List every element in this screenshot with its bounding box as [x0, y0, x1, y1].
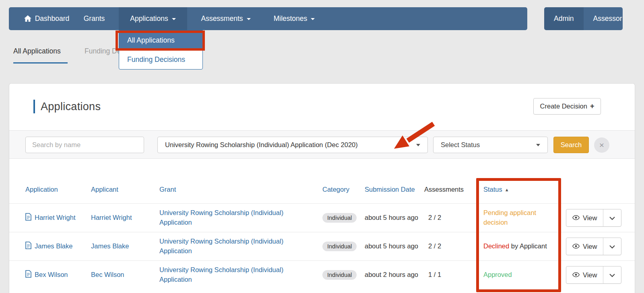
menu-item-funding-decisions[interactable]: Funding Decisions [119, 50, 202, 69]
application-link[interactable]: James Blake [35, 242, 72, 251]
nav-milestones[interactable]: Milestones [262, 7, 327, 30]
sort-asc-icon: ▲ [505, 187, 509, 192]
view-button[interactable]: View [566, 209, 603, 226]
eye-icon [572, 271, 580, 279]
eye-icon [572, 214, 580, 222]
document-icon [25, 270, 31, 279]
view-split-button: View [566, 238, 621, 255]
chevron-down-icon [609, 271, 615, 279]
table-header-row: Application Applicant Grant Category Sub… [9, 175, 635, 203]
assessments-count: 2 / 2 [424, 213, 476, 223]
view-dropdown-toggle[interactable] [603, 266, 621, 283]
chevron-down-icon [172, 18, 176, 20]
tab-all-applications[interactable]: All Applications [13, 47, 61, 55]
chevron-down-icon [311, 18, 315, 20]
active-tab-underline [13, 62, 68, 64]
plus-icon: + [590, 102, 594, 111]
chevron-down-icon [609, 243, 615, 250]
page-title-wrap: Applications [33, 100, 101, 113]
menu-item-all-applications[interactable]: All Applications [119, 31, 202, 50]
search-button[interactable]: Search [553, 137, 589, 153]
table-row: Harriet Wright Harriet Wright University… [9, 203, 635, 232]
view-button-label: View [583, 271, 597, 279]
top-navbar: Dashboard Grants Applications Assessment… [9, 7, 527, 30]
chevron-down-icon [247, 18, 251, 20]
status-primary: Approved [483, 271, 512, 278]
table-row: James Blake James Blake University Rowin… [9, 232, 635, 260]
close-icon: × [599, 140, 604, 150]
nav-grants-label: Grants [84, 14, 105, 23]
view-button-label: View [583, 214, 597, 222]
grant-filter-value: University Rowing Scholarship (Individua… [165, 141, 358, 149]
view-button-label: View [583, 243, 597, 250]
view-split-button: View [566, 209, 621, 227]
applications-panel: Applications Create Decision + Universit… [9, 83, 635, 293]
title-accent-bar [33, 100, 35, 113]
grant-link[interactable]: University Rowing Scholarship (Individua… [159, 209, 283, 226]
nav-assessments-label: Assessments [201, 14, 243, 23]
filter-bar: University Rowing Scholarship (Individua… [9, 130, 635, 159]
document-icon [25, 242, 31, 251]
applicant-link[interactable]: James Blake [91, 242, 129, 250]
category-badge: Individual [322, 242, 357, 251]
create-decision-label: Create Decision [540, 102, 587, 110]
submission-date: about 5 hours ago [365, 242, 424, 251]
chevron-down-icon [609, 214, 615, 222]
submission-date: about 5 hours ago [365, 213, 424, 223]
category-badge: Individual [322, 270, 357, 280]
home-icon [24, 8, 31, 31]
nav-assessments[interactable]: Assessments [190, 7, 262, 30]
view-button[interactable]: View [566, 238, 603, 255]
status-primary: Pending applicant decision [483, 209, 536, 226]
document-icon [25, 213, 31, 222]
role-admin-button[interactable]: Admin [544, 7, 584, 30]
grant-filter-select[interactable]: University Rowing Scholarship (Individua… [157, 137, 428, 153]
status-filter-select[interactable]: Select Status [433, 137, 548, 153]
view-split-button: View [566, 266, 621, 284]
header-assessments: Assessments [424, 185, 476, 194]
applications-dropdown-menu: All Applications Funding Decisions [119, 30, 203, 70]
table-row: Bex Wilson Bec Wilson University Rowing … [9, 260, 635, 289]
view-dropdown-toggle[interactable] [603, 209, 621, 226]
grant-link[interactable]: University Rowing Scholarship (Individua… [159, 266, 283, 283]
search-input[interactable] [25, 137, 144, 153]
status-primary: Declined [483, 242, 509, 250]
role-switcher: Admin Assessor [544, 7, 623, 30]
category-badge: Individual [322, 213, 357, 223]
status-suffix: by Applicant [509, 242, 547, 250]
select-caret-icon [416, 144, 420, 146]
status-text: Declined by Applicant [476, 242, 561, 251]
nav-dashboard[interactable]: Dashboard [16, 7, 77, 30]
grant-link[interactable]: University Rowing Scholarship (Individua… [159, 238, 283, 254]
assessments-count: 1 / 1 [424, 270, 476, 280]
nav-applications[interactable]: Applications [119, 7, 187, 30]
eye-icon [572, 243, 580, 250]
header-category[interactable]: Category [322, 185, 365, 194]
header-grant[interactable]: Grant [159, 185, 322, 194]
assessments-count: 2 / 2 [424, 242, 476, 251]
application-link[interactable]: Bex Wilson [35, 270, 68, 280]
application-link[interactable]: Harriet Wright [35, 213, 75, 223]
header-status[interactable]: Status▲ [476, 185, 561, 194]
applicant-link[interactable]: Bec Wilson [91, 271, 124, 278]
header-application[interactable]: Application [25, 185, 91, 194]
select-caret-icon [536, 144, 540, 146]
view-dropdown-toggle[interactable] [603, 238, 621, 255]
status-text: Pending applicant decision [476, 208, 561, 227]
status-filter-value: Select Status [441, 141, 480, 149]
role-assessor-button[interactable]: Assessor [584, 7, 623, 30]
applications-table: Application Applicant Grant Category Sub… [9, 175, 635, 289]
status-text: Approved [476, 270, 561, 280]
create-decision-button[interactable]: Create Decision + [533, 98, 601, 115]
nav-dashboard-label: Dashboard [35, 14, 70, 23]
view-button[interactable]: View [566, 266, 603, 283]
nav-milestones-label: Milestones [274, 14, 308, 23]
clear-filters-button[interactable]: × [594, 137, 609, 153]
page-title: Applications [41, 100, 101, 113]
header-applicant[interactable]: Applicant [91, 185, 159, 194]
header-submission-date[interactable]: Submission Date [365, 185, 424, 194]
applicant-link[interactable]: Harriet Wright [91, 214, 132, 221]
nav-grants[interactable]: Grants [76, 7, 113, 30]
submission-date: about 2 hours ago [365, 270, 424, 280]
nav-applications-label: Applications [130, 14, 168, 23]
